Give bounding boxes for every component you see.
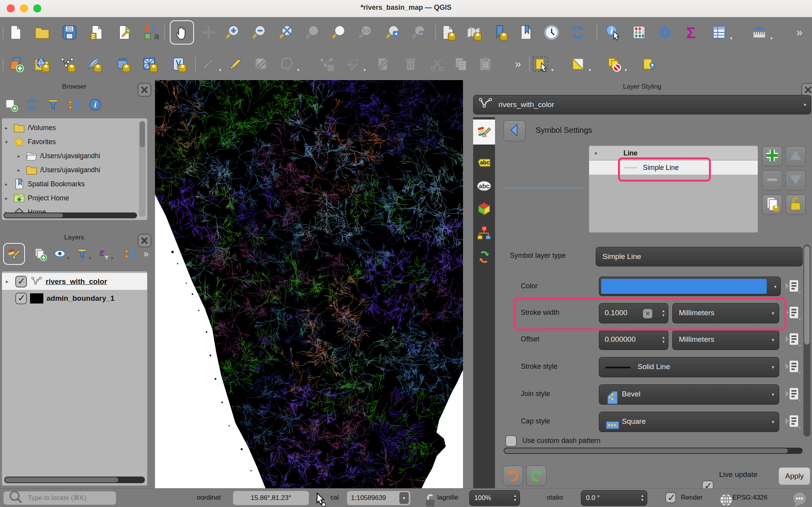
modify-attributes-button[interactable] [344, 55, 361, 73]
chevron-down-icon[interactable]: ▾ [219, 67, 221, 73]
styling-layer-selector[interactable]: rivers_with_color ▾ [473, 95, 811, 114]
browser-close-icon[interactable] [136, 81, 146, 91]
cut-features-button[interactable] [429, 55, 447, 73]
new-gpx-layer-button[interactable]: * [169, 55, 187, 73]
search-input[interactable] [27, 494, 116, 502]
new-virtual-layer-button[interactable]: * [113, 55, 131, 73]
deselect-features-button[interactable] [605, 55, 623, 73]
tab-masks[interactable]: abc [473, 177, 495, 195]
zoom-in-tool[interactable] [225, 23, 243, 41]
identify-features-tool[interactable]: i [604, 23, 622, 41]
temporal-controller-button[interactable] [543, 23, 561, 41]
copy-features-button[interactable] [452, 55, 470, 73]
zoom-out-tool[interactable] [252, 23, 270, 41]
toggle-editing-button[interactable] [226, 55, 244, 73]
show-bookmarks-button[interactable] [517, 23, 535, 41]
data-source-manager-button[interactable] [7, 55, 25, 73]
processing-toolbox-button[interactable] [656, 23, 674, 41]
join-style-data-defined-override-button[interactable] [784, 385, 801, 404]
new-map-view-button[interactable]: * [439, 23, 457, 41]
browser-item-favorites[interactable]: ▾Favorites [2, 135, 147, 149]
browser-vertical-scrollbar[interactable] [139, 121, 146, 217]
filter-by-expression-button[interactable]: ε [95, 245, 112, 262]
chevron-down-icon[interactable]: ▾ [589, 67, 591, 73]
tab-labels[interactable]: abc [473, 155, 495, 173]
remove-symbol-layer-button[interactable] [762, 170, 782, 191]
toolbar-overflow-button[interactable]: » [791, 23, 808, 41]
refresh-map-button[interactable] [569, 23, 587, 41]
save-project-button[interactable] [61, 23, 78, 41]
chevron-down-icon[interactable]: ▾ [67, 255, 69, 261]
symbol-redo-button[interactable] [526, 466, 547, 486]
move-symbol-layer-up-button[interactable] [785, 146, 806, 166]
expander-icon[interactable]: ▸ [6, 278, 13, 284]
refresh-browser-button[interactable] [23, 96, 41, 113]
stroke-width-unit-dropdown[interactable]: Millimeters ▾ [672, 303, 779, 323]
rotation-spinbox[interactable]: 0.0 ° ▲▼ [581, 490, 647, 506]
clear-value-icon[interactable]: ✕ [643, 309, 652, 318]
chevron-down-icon[interactable]: ▾ [111, 255, 113, 261]
chevron-down-icon[interactable]: ▾ [89, 255, 91, 261]
apply-button[interactable]: Apply [778, 467, 810, 485]
offset-spinbox[interactable]: 0.000000 ▲▼ [599, 330, 668, 350]
symbol-undo-button[interactable] [503, 466, 523, 486]
chevron-down-icon[interactable]: ▾ [625, 67, 627, 73]
toolbar-overflow-2-button[interactable]: » [509, 55, 527, 73]
spinner-arrows[interactable]: ▲▼ [662, 303, 665, 323]
tab-3d-view[interactable] [473, 199, 495, 218]
expander-icon[interactable]: ▸ [18, 153, 25, 159]
add-group-button[interactable] [31, 245, 48, 262]
symbol-tree-item-line[interactable]: ▾ Line [589, 146, 758, 160]
lock-symbol-layer-button[interactable] [785, 195, 806, 215]
add-vector-layer-button[interactable]: * [33, 55, 51, 73]
style-manager-button[interactable]: a [141, 23, 159, 41]
map-canvas[interactable] [155, 80, 463, 488]
color-picker-button[interactable]: ▾ [599, 277, 781, 296]
zoom-next-tool[interactable] [411, 23, 429, 41]
paste-features-button[interactable] [476, 55, 494, 73]
chevron-down-icon[interactable]: ▾ [363, 67, 366, 73]
lock-scale-icon[interactable] [422, 492, 439, 507]
stroke-style-data-defined-override-button[interactable] [784, 358, 801, 377]
add-polygon-feature-button[interactable] [277, 55, 295, 73]
tab-symbology[interactable] [473, 120, 495, 145]
layers-horizontal-scrollbar[interactable] [4, 477, 145, 483]
new-mesh-layer-button[interactable]: * [141, 55, 158, 73]
stroke-style-dropdown[interactable]: Solid Line ▾ [599, 357, 779, 377]
crs-value[interactable]: EPSG:4326 [732, 494, 767, 502]
cap-style-dropdown[interactable]: Square ▾ [599, 412, 779, 432]
expander-icon[interactable]: ▸ [5, 195, 12, 201]
layer-visibility-checkbox[interactable] [15, 293, 27, 304]
select-by-location-button[interactable] [639, 55, 657, 73]
spinner-arrows[interactable]: ▲▼ [662, 330, 665, 350]
expander-icon[interactable]: ▾ [5, 139, 12, 145]
run-feature-action-button[interactable] [630, 23, 648, 41]
tab-history[interactable] [473, 248, 495, 266]
zoom-native-tool[interactable]: 1:1 [358, 23, 376, 41]
current-edits-button[interactable] [199, 55, 217, 73]
expand-collapse-all-button[interactable] [122, 245, 139, 262]
browser-item-spatial-bookmarks[interactable]: ▸Spatial Bookmarks [2, 177, 147, 191]
new-print-layout-button[interactable] [88, 23, 106, 41]
symbol-tree-item-simple-line[interactable]: Simple Line [589, 161, 758, 175]
filter-browser-button[interactable] [45, 96, 62, 113]
magnifier-spinbox[interactable]: 100% ▲▼ [469, 490, 520, 506]
symbol-back-button[interactable] [504, 120, 525, 141]
pan-to-selection-tool[interactable] [200, 23, 218, 41]
zoom-to-selection-tool[interactable] [305, 23, 323, 41]
chevron-down-icon[interactable]: ▾ [730, 36, 732, 41]
offset-data-defined-override-button[interactable] [784, 330, 801, 349]
new-spatial-bookmark-button[interactable]: * [491, 23, 509, 41]
layer-item-admin_boundary_1[interactable]: admin_boundary_1 [2, 290, 147, 307]
expander-icon[interactable]: ▸ [18, 167, 25, 173]
stroke-width-spinbox[interactable]: 0.1000 ✕ ▲▼ [599, 303, 668, 323]
open-project-button[interactable] [33, 23, 51, 41]
chevron-down-icon[interactable]: ▾ [297, 67, 299, 73]
render-checkbox[interactable] [665, 492, 676, 503]
select-features-by-rectangle-tool[interactable] [531, 55, 549, 73]
tab-diagrams[interactable] [473, 223, 495, 242]
show-layout-manager-button[interactable] [115, 23, 133, 41]
scale-combobox[interactable]: 1:10589639 ▾ [347, 491, 411, 505]
browser-item-project-home[interactable]: ▸Project Home [2, 191, 147, 205]
add-selected-layers-button[interactable] [2, 96, 20, 113]
